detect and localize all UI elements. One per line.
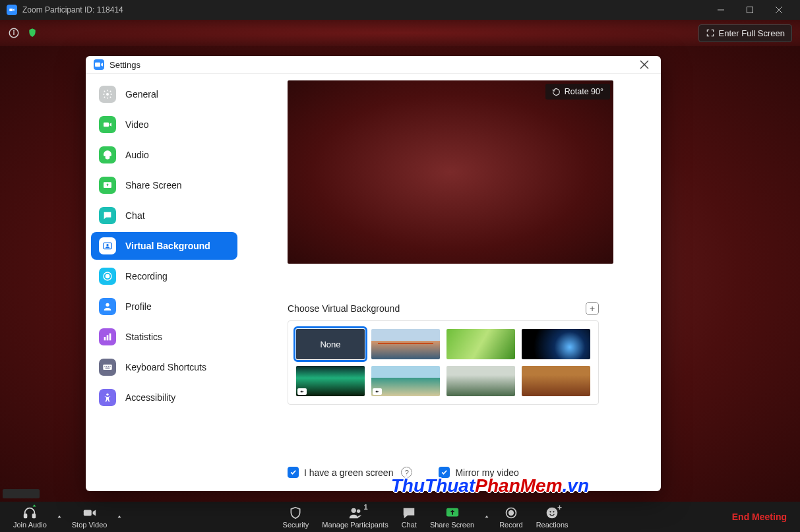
zoom-app-icon xyxy=(94,59,104,70)
zoom-app-icon xyxy=(7,5,17,15)
meeting-status-row: Enter Full Screen xyxy=(0,20,800,46)
nav-recording[interactable]: Recording xyxy=(91,262,237,290)
settings-title: Settings xyxy=(109,60,140,70)
end-meeting-button[interactable]: End Meeting xyxy=(725,512,793,522)
share-options-caret[interactable] xyxy=(481,502,493,532)
maximize-button[interactable] xyxy=(735,0,764,20)
chat-bubble-icon xyxy=(402,506,416,520)
record-icon xyxy=(504,506,518,520)
svg-rect-22 xyxy=(103,365,111,370)
svg-rect-31 xyxy=(24,514,27,517)
svg-point-15 xyxy=(106,244,108,246)
manage-participants-button[interactable]: 1 Manage Participants xyxy=(315,502,394,532)
nav-statistics[interactable]: Statistics xyxy=(91,323,237,351)
svg-point-7 xyxy=(14,30,15,31)
choose-background-label: Choose Virtual Background xyxy=(288,303,400,314)
svg-point-18 xyxy=(106,303,109,307)
close-window-button[interactable] xyxy=(764,0,793,20)
close-settings-button[interactable] xyxy=(636,56,653,73)
svg-point-39 xyxy=(547,507,558,518)
svg-rect-12 xyxy=(104,123,109,127)
recording-icon xyxy=(99,268,116,285)
info-icon[interactable] xyxy=(8,27,20,39)
video-options-caret[interactable] xyxy=(113,502,125,532)
svg-rect-8 xyxy=(95,63,100,67)
add-background-button[interactable]: + xyxy=(586,302,599,315)
chat-button[interactable]: Chat xyxy=(395,502,423,532)
security-button[interactable]: Security xyxy=(276,502,316,532)
svg-rect-23 xyxy=(104,366,105,367)
green-screen-checkbox[interactable]: I have a green screen ? xyxy=(288,467,412,478)
nav-share-screen[interactable]: Share Screen xyxy=(91,171,237,199)
background-forest[interactable] xyxy=(446,366,515,396)
nav-audio[interactable]: Audio xyxy=(91,141,237,169)
profile-icon xyxy=(99,298,116,315)
join-audio-button[interactable]: Join Audio xyxy=(7,502,53,532)
participants-icon: 1 xyxy=(348,506,363,520)
settings-content: Rotate 90° Choose Virtual Background + N… xyxy=(243,74,661,491)
background-grass[interactable] xyxy=(446,329,515,359)
svg-rect-29 xyxy=(301,391,303,393)
meeting-toolbar: Join Audio Stop Video Security 1 Manage … xyxy=(0,502,800,532)
recording-indicator xyxy=(3,489,40,498)
record-button[interactable]: Record xyxy=(493,502,529,532)
window-title: Zoom Participant ID: 118414 xyxy=(22,5,123,15)
svg-point-17 xyxy=(106,274,109,278)
svg-rect-30 xyxy=(376,391,378,393)
nav-general[interactable]: General xyxy=(91,80,237,108)
video-icon xyxy=(99,116,116,133)
svg-rect-0 xyxy=(9,9,13,11)
enter-full-screen-button[interactable]: Enter Full Screen xyxy=(698,24,792,42)
rotate-90-button[interactable]: Rotate 90° xyxy=(545,84,610,100)
svg-rect-20 xyxy=(107,335,109,340)
statistics-icon xyxy=(99,328,116,345)
general-icon xyxy=(99,86,116,103)
enter-full-screen-label: Enter Full Screen xyxy=(719,28,785,38)
background-beach[interactable] xyxy=(371,366,440,396)
share-screen-button[interactable]: Share Screen xyxy=(423,502,481,532)
background-aurora[interactable] xyxy=(296,366,365,396)
background-none[interactable]: None xyxy=(296,329,365,359)
chat-icon xyxy=(99,207,116,224)
nav-chat[interactable]: Chat xyxy=(91,202,237,229)
checkbox-checked-icon xyxy=(439,467,450,478)
nav-virtual-background[interactable]: Virtual Background xyxy=(91,232,237,260)
svg-point-40 xyxy=(549,511,551,512)
svg-point-41 xyxy=(553,511,554,512)
stop-video-button[interactable]: Stop Video xyxy=(65,502,114,532)
share-screen-icon xyxy=(99,177,116,194)
help-icon[interactable]: ? xyxy=(401,467,412,478)
nav-accessibility[interactable]: Accessibility xyxy=(91,384,237,411)
audio-options-caret[interactable] xyxy=(53,502,65,532)
settings-nav: General Video Audio Share Screen Chat Vi… xyxy=(86,74,243,491)
svg-rect-24 xyxy=(106,366,107,367)
video-preview: Rotate 90° xyxy=(288,80,613,264)
svg-point-35 xyxy=(356,509,360,513)
svg-rect-27 xyxy=(106,368,110,369)
background-thumbnails: None xyxy=(288,320,599,405)
svg-point-11 xyxy=(106,93,109,96)
keyboard-icon xyxy=(99,359,116,376)
nav-keyboard-shortcuts[interactable]: Keyboard Shortcuts xyxy=(91,353,237,381)
background-bridge[interactable] xyxy=(371,329,440,359)
headphones-icon xyxy=(22,506,37,520)
video-indicator-icon xyxy=(373,388,382,395)
virtual-background-icon xyxy=(99,237,116,254)
svg-rect-21 xyxy=(109,334,111,341)
shield-icon xyxy=(288,506,303,520)
reactions-button[interactable]: + Reactions xyxy=(530,502,575,532)
svg-point-38 xyxy=(509,510,514,515)
encryption-lock-icon[interactable] xyxy=(26,27,38,39)
background-earth[interactable] xyxy=(522,329,590,359)
nav-video[interactable]: Video xyxy=(91,111,237,138)
window-titlebar: Zoom Participant ID: 118414 xyxy=(0,0,800,20)
minimize-button[interactable] xyxy=(706,0,735,20)
video-indicator-icon xyxy=(297,388,307,395)
nav-profile[interactable]: Profile xyxy=(91,293,237,320)
reactions-icon: + xyxy=(545,506,559,520)
settings-titlebar: Settings xyxy=(86,56,661,74)
accessibility-icon xyxy=(99,389,116,406)
mirror-video-checkbox[interactable]: Mirror my video xyxy=(439,467,518,478)
background-hall[interactable] xyxy=(522,366,590,396)
svg-rect-19 xyxy=(104,337,106,340)
